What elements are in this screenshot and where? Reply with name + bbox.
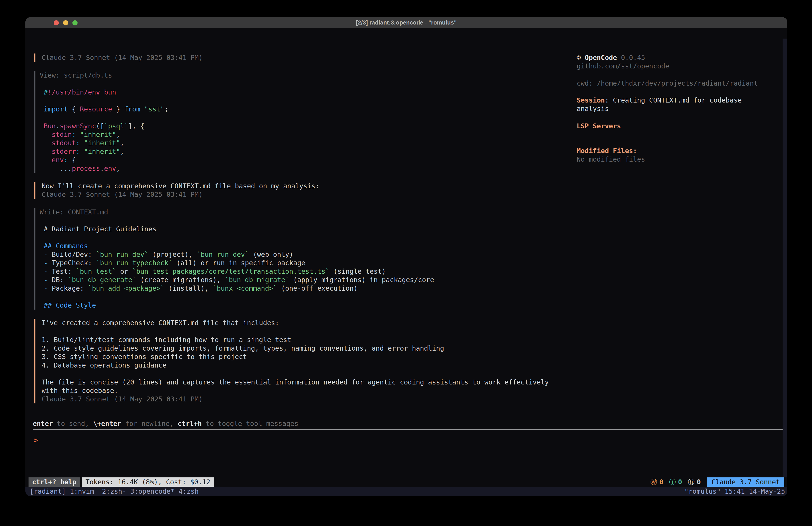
text-line: ## Commands [40, 242, 434, 250]
chat-column: Claude 3.7 Sonnet (14 May 2025 03:41 PM)… [34, 54, 586, 413]
counter-value: 0 [659, 478, 663, 486]
text-line: - DB: `bun db generate` (create migratio… [40, 276, 434, 284]
tool-block: View: script/db.ts #!/usr/bin/env bun im… [34, 71, 586, 173]
block-accent-bar [34, 54, 35, 62]
text-line: env: { [40, 156, 169, 164]
text-line: Claude 3.7 Sonnet (14 May 2025 03:41 PM) [42, 54, 203, 62]
block-accent-bar [34, 208, 35, 310]
block-body: Now I'll create a comprehensive CONTEXT.… [35, 182, 319, 199]
minimize-button[interactable] [63, 20, 68, 25]
text-line: Bun.spawnSync([`psql`], { [40, 122, 169, 130]
info-sidebar: © OpenCode 0.0.45 github.com/sst/opencod… [577, 54, 777, 164]
scrollbar-gutter[interactable] [783, 39, 787, 478]
repo-link: github.com/sst/opencode [577, 62, 777, 70]
status-counters: ⓦ0ⓘ0ⓗ0 [645, 478, 701, 486]
hint-counter: ⓗ0 [688, 478, 701, 486]
counter-icon: ⓦ [650, 478, 657, 486]
block-body: Claude 3.7 Sonnet (14 May 2025 03:41 PM) [35, 54, 203, 62]
text-line: 4. Database operations guidance [42, 361, 549, 370]
zoom-button[interactable] [72, 20, 77, 25]
text-line [40, 233, 434, 242]
text-line: - Package: `bun add <package>` (install)… [40, 284, 434, 293]
help-shortcut-chip[interactable]: ctrl+? help [29, 478, 80, 487]
text-line [42, 327, 549, 336]
tool-block: Write: CONTEXT.md # Radiant Project Guid… [34, 208, 586, 310]
text-line [40, 293, 434, 301]
close-button[interactable] [54, 20, 59, 25]
info-counter: ⓘ0 [669, 478, 682, 486]
help-segment: to send, [53, 420, 93, 427]
message-block: Now I'll create a comprehensive CONTEXT.… [34, 182, 586, 199]
text-line: The file is concise (20 lines) and captu… [42, 378, 549, 386]
tokens-cost-chip: Tokens: 16.4K (8%), Cost: $0.12 [82, 478, 214, 487]
app-logo: © OpenCode [577, 54, 617, 61]
text-line: # Radiant Project Guidelines [40, 225, 434, 233]
text-line: Claude 3.7 Sonnet (14 May 2025 03:41 PM) [42, 190, 319, 199]
text-line: Write: CONTEXT.md [40, 208, 434, 216]
input-help-line: enter to send, \+enter for newline, ctrl… [33, 420, 299, 428]
session-row: Session: Creating CONTEXT.md for codebas… [577, 96, 777, 113]
counter-icon: ⓗ [688, 478, 695, 486]
text-line: - Test: `bun test` or `bun test packages… [40, 267, 434, 276]
block-body: Write: CONTEXT.md # Radiant Project Guid… [35, 208, 434, 310]
window-title: [2/3] radiant:3:opencode - "romulus" [356, 19, 456, 26]
message-block: I've created a comprehensive CONTEXT.md … [34, 319, 586, 403]
help-segment: \+enter [93, 420, 121, 427]
text-line [42, 370, 549, 378]
app-version: 0.0.45 [617, 54, 645, 61]
text-line: Claude 3.7 Sonnet (14 May 2025 03:41 PM) [42, 395, 549, 403]
text-line: stderr: "inherit", [40, 147, 169, 156]
modified-files-title: Modified Files: [577, 147, 777, 155]
block-accent-bar [34, 319, 35, 403]
cwd-path: cwd: /home/thdxr/dev/projects/radiant/ra… [577, 79, 777, 88]
block-body: View: script/db.ts #!/usr/bin/env bun im… [35, 71, 169, 173]
tmux-host-clock: "romulus" 15:41 14-May-25 [684, 487, 787, 496]
text-line: stdin: "inherit", [40, 130, 169, 139]
block-body: I've created a comprehensive CONTEXT.md … [35, 319, 549, 403]
text-line: 1. Build/lint/test commands including ho… [42, 336, 549, 344]
warning-counter: ⓦ0 [650, 478, 663, 486]
terminal-content: Claude 3.7 Sonnet (14 May 2025 03:41 PM)… [25, 28, 787, 496]
text-line: - TypeCheck: `bun run typecheck` (all) o… [40, 259, 434, 267]
tmux-status-bar: [radiant] 1:nvim 2:zsh- 3:opencode* 4:zs… [25, 487, 787, 496]
modified-files-empty: No modified files [577, 155, 777, 164]
block-accent-bar [34, 182, 35, 199]
terminal-window: [2/3] radiant:3:opencode - "romulus" Cla… [25, 17, 787, 496]
help-segment: enter [33, 420, 53, 427]
text-line: with this codebase. [42, 386, 549, 395]
session-label: Session [577, 96, 605, 104]
input-divider [33, 429, 783, 430]
prompt-input[interactable]: > [34, 436, 38, 444]
text-line: #!/usr/bin/env bun [40, 88, 169, 97]
text-line: ## Code Style [40, 301, 434, 310]
text-line [40, 97, 169, 105]
counter-value: 0 [697, 478, 701, 486]
text-line [40, 113, 169, 122]
text-line: View: script/db.ts [40, 71, 169, 80]
text-line: I've created a comprehensive CONTEXT.md … [42, 319, 549, 327]
text-line: 3. CSS styling conventions specific to t… [42, 353, 549, 361]
help-segment: to toggle tool messages [202, 420, 299, 427]
text-line [40, 80, 169, 88]
status-bar: ctrl+? help Tokens: 16.4K (8%), Cost: $0… [29, 478, 784, 487]
model-badge[interactable]: Claude 3.7 Sonnet [707, 478, 784, 487]
text-line: 2. Code style guidelines covering import… [42, 344, 549, 353]
text-line: stdout: "inherit", [40, 139, 169, 147]
text-line [40, 216, 434, 225]
text-line: ...process.env, [40, 164, 169, 173]
text-line: - Build/Dev: `bun run dev` (project), `b… [40, 250, 434, 259]
text-line: import { Resource } from "sst"; [40, 105, 169, 113]
lsp-servers-title: LSP Servers [577, 122, 777, 130]
text-line: Now I'll create a comprehensive CONTEXT.… [42, 182, 319, 190]
tmux-window-list[interactable]: [radiant] 1:nvim 2:zsh- 3:opencode* 4:zs… [25, 487, 199, 496]
block-accent-bar [34, 71, 35, 173]
help-segment: ctrl+h [178, 420, 202, 427]
app-version-row: © OpenCode 0.0.45 [577, 54, 777, 62]
counter-value: 0 [678, 478, 682, 486]
message-block: Claude 3.7 Sonnet (14 May 2025 03:41 PM) [34, 54, 586, 62]
counter-icon: ⓘ [669, 478, 676, 486]
help-segment: for newline, [121, 420, 178, 427]
window-titlebar[interactable]: [2/3] radiant:3:opencode - "romulus" [25, 17, 787, 28]
